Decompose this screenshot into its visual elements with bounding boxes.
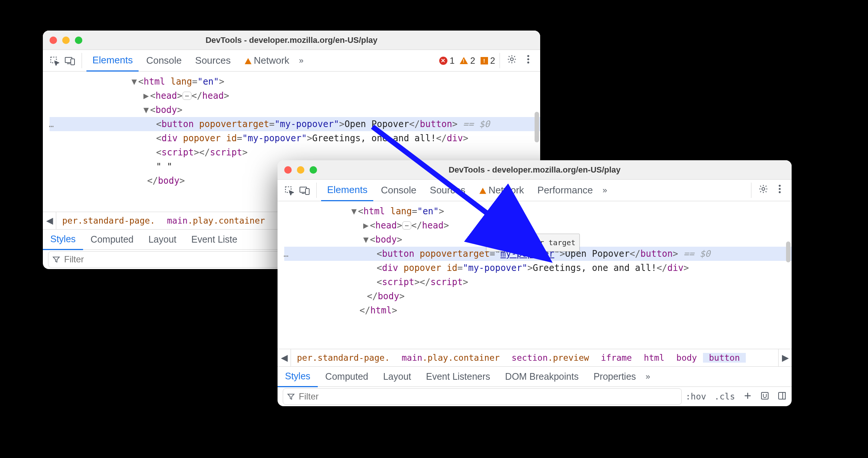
filter-icon bbox=[52, 255, 60, 263]
error-icon: ✕ bbox=[439, 57, 447, 65]
ellipsis-badge[interactable]: ⋯ bbox=[183, 92, 191, 100]
crumb-item[interactable]: section.preview bbox=[506, 353, 595, 363]
error-count: 1 bbox=[450, 56, 454, 66]
svg-point-15 bbox=[779, 191, 780, 193]
svg-rect-20 bbox=[783, 392, 785, 399]
svg-point-13 bbox=[779, 185, 780, 187]
tabs-overflow-icon[interactable]: » bbox=[297, 56, 306, 66]
more-icon[interactable] bbox=[772, 184, 787, 196]
traffic-lights bbox=[284, 166, 317, 174]
crumb-item[interactable]: per.standard-page. bbox=[56, 216, 161, 225]
issue-icon: ! bbox=[481, 57, 488, 64]
svg-point-4 bbox=[510, 58, 513, 61]
issue-count: 2 bbox=[490, 56, 495, 66]
crumb-scroll-left-icon[interactable]: ◀ bbox=[43, 212, 56, 229]
traffic-lights bbox=[50, 37, 82, 44]
tab-network[interactable]: Network bbox=[238, 50, 295, 71]
inspect-icon[interactable] bbox=[282, 183, 296, 198]
crumb-item[interactable]: main.play.container bbox=[161, 216, 271, 225]
svg-rect-19 bbox=[779, 392, 785, 399]
subtab-layout[interactable]: Layout bbox=[376, 367, 418, 386]
crumb-item[interactable]: iframe bbox=[595, 353, 638, 363]
svg-rect-11 bbox=[305, 189, 309, 195]
device-toggle-icon[interactable] bbox=[298, 183, 312, 198]
minimize-icon[interactable] bbox=[62, 37, 70, 44]
svg-point-5 bbox=[527, 55, 529, 57]
subtabs-overflow-icon[interactable]: » bbox=[643, 372, 652, 382]
warning-icon bbox=[460, 57, 468, 64]
subtab-event-listeners[interactable]: Event Listeners bbox=[419, 367, 498, 386]
selected-node[interactable]: <button popovertarget="my-popover">Open … bbox=[50, 117, 540, 131]
window-title: DevTools - developer.mozilla.org/en-US/p… bbox=[43, 35, 540, 45]
crumb-item[interactable]: html bbox=[638, 353, 670, 363]
attr-value: "my-popover" bbox=[275, 119, 339, 129]
div-text: Greetings, one and all! bbox=[533, 263, 656, 273]
crumb-item-selected[interactable]: button bbox=[703, 353, 746, 363]
new-rule-icon[interactable] bbox=[743, 391, 752, 402]
subtab-styles[interactable]: Styles bbox=[278, 366, 318, 387]
subtab-event-listeners[interactable]: Event Liste bbox=[184, 230, 245, 249]
dollar-zero: == $0 bbox=[457, 119, 490, 129]
scrollbar-thumb[interactable] bbox=[535, 112, 539, 142]
tab-performance[interactable]: Performance bbox=[532, 180, 599, 200]
settings-icon[interactable] bbox=[756, 184, 771, 196]
close-icon[interactable] bbox=[284, 166, 292, 174]
ellipsis-badge[interactable]: ⋯ bbox=[402, 221, 411, 230]
dom-tree[interactable]: ▼<html lang="en"> ▶<head>⋯</head> ▼<body… bbox=[278, 201, 792, 349]
tab-elements[interactable]: Elements bbox=[86, 50, 139, 72]
div-text: Greetings, one and all! bbox=[312, 133, 436, 143]
svg-point-14 bbox=[779, 188, 780, 190]
tab-console[interactable]: Console bbox=[140, 50, 187, 71]
tab-elements[interactable]: Elements bbox=[321, 180, 373, 201]
tab-sources[interactable]: Sources bbox=[424, 180, 471, 200]
warning-count: 2 bbox=[470, 56, 475, 66]
svg-point-7 bbox=[527, 61, 529, 63]
window-title: DevTools - developer.mozilla.org/en-US/p… bbox=[278, 165, 792, 175]
styles-filter-bar: :hov .cls bbox=[278, 387, 792, 406]
tabs-overflow-icon[interactable]: » bbox=[600, 186, 609, 195]
inspect-icon[interactable] bbox=[47, 54, 61, 68]
crumb-scroll-left-icon[interactable]: ◀ bbox=[278, 349, 291, 366]
svg-point-6 bbox=[527, 58, 529, 60]
main-toolbar: Elements Console Sources Network » ✕1 2 … bbox=[43, 50, 540, 72]
subtab-layout[interactable]: Layout bbox=[141, 230, 184, 249]
subtab-styles[interactable]: Styles bbox=[43, 229, 83, 250]
issue-counters[interactable]: ✕1 2 !2 bbox=[439, 56, 495, 66]
button-text: Open Popover bbox=[345, 119, 409, 129]
tab-network-label: Network bbox=[488, 184, 524, 196]
titlebar[interactable]: DevTools - developer.mozilla.org/en-US/p… bbox=[43, 31, 540, 50]
tab-network-label: Network bbox=[254, 55, 289, 66]
crumb-item[interactable]: per.standard-page. bbox=[291, 353, 396, 363]
subtab-computed[interactable]: Computed bbox=[83, 230, 141, 249]
hov-toggle[interactable]: :hov bbox=[685, 392, 706, 401]
subtab-dom-breakpoints[interactable]: DOM Breakpoints bbox=[498, 367, 586, 386]
computed-style-icon[interactable] bbox=[760, 391, 769, 402]
scrollbar-thumb[interactable] bbox=[786, 241, 791, 262]
devtools-window-b: DevTools - developer.mozilla.org/en-US/p… bbox=[278, 160, 792, 406]
crumb-item[interactable]: body bbox=[671, 353, 703, 363]
crumb-item[interactable]: main.play.container bbox=[396, 353, 506, 363]
tab-sources[interactable]: Sources bbox=[189, 50, 237, 71]
dollar-zero: == $0 bbox=[678, 249, 710, 259]
filter-input[interactable] bbox=[298, 391, 678, 402]
close-icon[interactable] bbox=[50, 37, 57, 44]
zoom-icon[interactable] bbox=[75, 37, 82, 44]
main-toolbar: Elements Console Sources Network Perform… bbox=[278, 180, 792, 201]
tab-network[interactable]: Network bbox=[473, 180, 530, 200]
filter-icon bbox=[287, 392, 295, 401]
titlebar[interactable]: DevTools - developer.mozilla.org/en-US/p… bbox=[278, 160, 792, 180]
tab-console[interactable]: Console bbox=[375, 180, 422, 200]
tooltip: Show popover target bbox=[486, 234, 580, 252]
svg-rect-18 bbox=[761, 392, 768, 399]
subtab-computed[interactable]: Computed bbox=[318, 367, 376, 386]
zoom-icon[interactable] bbox=[310, 166, 317, 174]
rendering-icon[interactable] bbox=[777, 391, 786, 402]
subtab-properties[interactable]: Properties bbox=[586, 367, 643, 386]
more-icon[interactable] bbox=[521, 54, 536, 67]
cls-toggle[interactable]: .cls bbox=[715, 392, 735, 401]
device-toggle-icon[interactable] bbox=[63, 54, 77, 68]
breadcrumb[interactable]: ◀ per.standard-page. main.play.container… bbox=[278, 349, 792, 367]
minimize-icon[interactable] bbox=[297, 166, 304, 174]
crumb-scroll-right-icon[interactable]: ▶ bbox=[778, 349, 792, 366]
settings-icon[interactable] bbox=[504, 54, 519, 67]
